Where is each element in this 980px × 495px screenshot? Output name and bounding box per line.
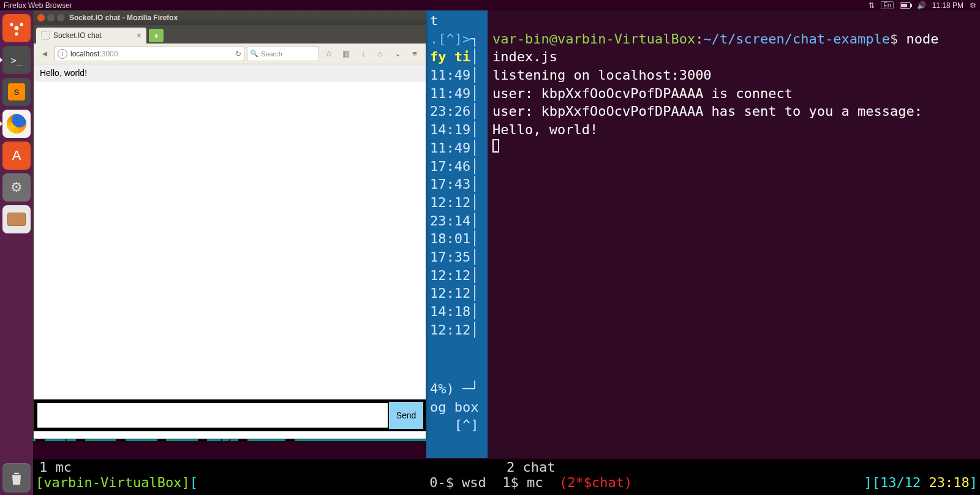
search-bar[interactable]: 🔍 Search [247, 47, 319, 61]
volume-icon[interactable]: 🔊 [917, 1, 926, 10]
reload-icon[interactable]: ↻ [235, 50, 241, 58]
window-titlebar[interactable]: Socket.IO chat - Mozilla Firefox [34, 10, 426, 25]
hardstatus-pos: 13/12 [880, 475, 921, 490]
top-panel: Firefox Web Browser ⇅ En 🔊 11:18 PM ⚙ [0, 0, 980, 10]
clock-time[interactable]: 11:18 PM [932, 1, 963, 10]
svg-point-1 [10, 23, 13, 26]
sublime-launcher-icon[interactable]: S [2, 78, 31, 106]
firefox-window: Socket.IO chat - Mozilla Firefox Socket.… [33, 10, 426, 439]
menu-icon[interactable]: ≡ [407, 47, 422, 61]
battery-icon[interactable] [900, 2, 911, 9]
trash-icon[interactable] [2, 464, 31, 493]
chat-form: Send [34, 399, 426, 431]
navigation-toolbar: ◄ i localhost:3000 ↻ 🔍 Search ☆ ▥ ↓ ⌂ ⌄ … [34, 43, 426, 64]
terminal-prompt-user: var-bin@varbin-VirtualBox [492, 31, 695, 47]
active-app-title: Firefox Web Browser [4, 1, 72, 10]
settings-launcher-icon[interactable]: ⚙ [2, 173, 31, 202]
terminal-prompt-path: ~/t/screen/chat-example [703, 31, 890, 47]
back-button[interactable]: ◄ [37, 47, 52, 61]
software-center-launcher-icon[interactable]: A [2, 142, 31, 170]
terminal-cursor [492, 139, 499, 153]
message-list: Hello, world! [34, 64, 426, 81]
new-tab-button[interactable]: + [149, 29, 164, 42]
close-icon[interactable] [37, 14, 45, 21]
hardstatus-tab-active[interactable]: 2*$chat [567, 475, 624, 490]
home-icon[interactable]: ⌂ [373, 47, 388, 61]
pocket-icon[interactable]: ⌄ [390, 47, 405, 61]
page-content: Hello, world! Send [34, 64, 426, 439]
message-input[interactable] [36, 402, 389, 429]
dash-home-icon[interactable] [2, 14, 31, 42]
network-icon[interactable]: ⇅ [869, 1, 875, 10]
site-info-icon[interactable]: i [58, 49, 67, 59]
terminal-launcher-icon[interactable]: >_ [2, 46, 31, 74]
terminal-output[interactable]: var-bin@varbin-VirtualBox:~/t/screen/cha… [488, 10, 980, 458]
files-launcher-icon[interactable] [2, 205, 31, 233]
firefox-launcher-icon[interactable] [2, 110, 31, 138]
svg-point-2 [20, 23, 23, 26]
downloads-icon[interactable]: ↓ [356, 47, 371, 61]
minimize-icon[interactable] [47, 14, 55, 21]
url-host: localhost [70, 50, 99, 58]
tab-socketio-chat[interactable]: Socket.IO chat × [36, 28, 146, 43]
svg-point-3 [15, 32, 18, 36]
search-icon: 🔍 [250, 50, 258, 58]
send-button[interactable]: Send [389, 402, 423, 429]
unity-launcher: >_ S A ⚙ [0, 10, 33, 495]
terminal-window[interactable]: t .[^]>┐ fy ti│ 11:49│ 11:49│ 23:26│ 14:… [426, 10, 980, 458]
tab-label: Socket.IO chat [53, 31, 102, 40]
window-title: Socket.IO chat - Mozilla Firefox [69, 13, 178, 22]
mc-tail-fragment: 4%) ─┘ og box [^] [426, 380, 488, 434]
hardstatus-tab-0[interactable]: 0-$ wsd [429, 475, 486, 490]
keyboard-lang-indicator[interactable]: En [881, 1, 893, 9]
system-indicators[interactable]: ⇅ En 🔊 11:18 PM ⚙ [869, 1, 976, 10]
hardstatus-tab-1[interactable]: 1$ mc [502, 475, 543, 490]
library-icon[interactable]: ▥ [339, 47, 353, 61]
screen-hardstatus: 1 mc 2 chat [ varbin-VirtualBox ][ 0-$ w… [33, 459, 980, 495]
tab-strip: Socket.IO chat × + [34, 25, 426, 43]
search-placeholder: Search [261, 50, 282, 58]
screen-window-1: 1 mc [39, 459, 72, 475]
screen-window-2: 2 chat [507, 459, 555, 475]
tab-favicon [41, 31, 50, 40]
hardstatus-host: varbin-VirtualBox [43, 475, 181, 490]
url-rest: :3000 [99, 50, 118, 58]
hardstatus-clock: 23:18 [929, 475, 970, 490]
message-item: Hello, world! [34, 64, 426, 81]
bookmark-star-icon[interactable]: ☆ [322, 47, 336, 61]
gear-icon[interactable]: ⚙ [970, 1, 976, 10]
svg-point-0 [15, 26, 19, 31]
tab-close-icon[interactable]: × [137, 31, 141, 40]
url-bar[interactable]: i localhost:3000 ↻ [55, 47, 244, 61]
maximize-icon[interactable] [57, 14, 64, 21]
